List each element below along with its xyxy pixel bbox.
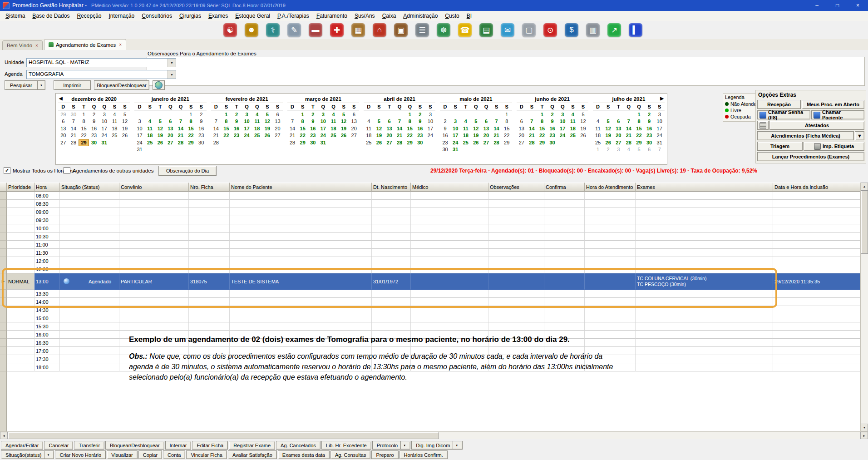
calendar-day[interactable]: 17: [654, 125, 665, 132]
chevron-down-icon[interactable]: ▼: [168, 70, 176, 79]
calendar-day[interactable]: 13: [517, 125, 527, 132]
ledger-icon[interactable]: ▤: [479, 23, 493, 37]
calendar-day[interactable]: 14: [527, 125, 537, 132]
calendar-day[interactable]: 21: [69, 132, 79, 138]
calendar-day[interactable]: 19: [339, 125, 349, 132]
calendar-day[interactable]: 7: [69, 118, 79, 124]
calendar-day[interactable]: 27: [165, 139, 176, 146]
calendar-day[interactable]: 30: [440, 146, 450, 153]
calendar-day[interactable]: 31: [134, 146, 145, 153]
bloquear-desbloquear-button[interactable]: Bloquear/Desbloquear: [94, 80, 149, 90]
calendar-day[interactable]: 11: [364, 125, 374, 132]
calendar-day[interactable]: 26: [155, 139, 165, 146]
call-icon[interactable]: ☎: [458, 23, 472, 37]
vertical-scroll-thumb[interactable]: [861, 190, 868, 254]
menu-item-exames[interactable]: Exames: [205, 12, 232, 20]
calendar-day[interactable]: 17: [450, 132, 461, 138]
calendar-day[interactable]: 12: [471, 125, 481, 132]
schedule-row-12-00[interactable]: 12:00: [0, 257, 860, 265]
schedule-row-12-30[interactable]: 12:30: [0, 265, 860, 273]
calendar-day[interactable]: 14: [491, 125, 502, 132]
chamar-paciente-button[interactable]: Chamar Paciente: [811, 110, 864, 119]
calendar-day[interactable]: 6: [517, 118, 527, 124]
agenda-combobox[interactable]: TOMOGRAFIA ▼: [26, 70, 176, 79]
menu-item-internacao[interactable]: Internação: [105, 12, 138, 20]
calendar-day[interactable]: 28: [176, 139, 186, 146]
calendar-day[interactable]: 16: [547, 125, 557, 132]
calendar-day[interactable]: 5: [155, 118, 165, 124]
pesquisar-button[interactable]: Pesquisar ▼: [5, 80, 45, 90]
calendar-next-icon[interactable]: ▶: [660, 96, 664, 101]
calendar-day[interactable]: 6: [644, 146, 655, 153]
calendar-day[interactable]: 25: [460, 139, 471, 146]
calendar-day[interactable]: 7: [654, 146, 665, 153]
calendar-day[interactable]: 11: [568, 118, 578, 124]
calendar-day[interactable]: 15: [297, 125, 308, 132]
action-transferir-button[interactable]: Transferir: [74, 441, 104, 450]
calendar-day[interactable]: 28: [395, 139, 405, 146]
calendar-day[interactable]: 8: [502, 118, 512, 124]
calendar-prev-icon[interactable]: ◀: [59, 96, 63, 101]
action-ag-consultas-button[interactable]: Ag. Consultas: [330, 450, 370, 459]
outras-unidades-checkbox[interactable]: Agendamentos de outras unidades: [64, 167, 153, 174]
calendar-day[interactable]: 24: [99, 132, 109, 138]
calendar-day[interactable]: 2: [547, 111, 557, 118]
calendar-day[interactable]: 15: [186, 125, 196, 132]
calendar-day[interactable]: 28: [69, 139, 79, 146]
calendar-day[interactable]: 14: [395, 125, 405, 132]
calendar-day[interactable]: 25: [145, 139, 155, 146]
calendar-day[interactable]: 13: [384, 125, 395, 132]
observations-textarea[interactable]: [147, 57, 865, 86]
calendar-day[interactable]: 24: [557, 132, 568, 138]
calendar-day[interactable]: 16: [644, 125, 655, 132]
calendar-day[interactable]: 13: [481, 125, 492, 132]
schedule-row-09-00[interactable]: 09:00: [0, 208, 860, 216]
web-config-icon[interactable]: ☸: [437, 23, 450, 37]
calendar-day[interactable]: 19: [155, 132, 165, 138]
calendar-day[interactable]: 27: [349, 132, 359, 138]
calendar-day[interactable]: 28: [287, 139, 298, 146]
calendar-day[interactable]: 7: [211, 118, 222, 124]
calendar-day[interactable]: 13: [272, 118, 283, 124]
chart-icon[interactable]: ↗: [607, 23, 621, 37]
schedule-row-11-00[interactable]: 11:00: [0, 241, 860, 249]
calendar-day[interactable]: 2: [308, 111, 318, 118]
calendar-day[interactable]: 16: [415, 125, 425, 132]
calendar-day[interactable]: 16: [196, 125, 207, 132]
schedule-row-13-00[interactable]: ▶NORMAL13:00AgendadoPARTICULAR318075TEST…: [0, 273, 860, 290]
vertical-scrollbar[interactable]: ▲ ▼: [860, 183, 868, 431]
calendar-day[interactable]: 9: [644, 118, 655, 124]
calendar-day[interactable]: 11: [328, 118, 339, 124]
atestados-button[interactable]: Atestados: [769, 121, 864, 130]
calendar-day[interactable]: 11: [593, 125, 603, 132]
calendar-day[interactable]: 12: [339, 118, 349, 124]
schedule-row-15-00[interactable]: 15:00: [0, 314, 860, 322]
calendar-day[interactable]: 2: [196, 111, 207, 118]
menu-item-sus-ans[interactable]: Sus/Ans: [351, 12, 379, 20]
unidade-combobox[interactable]: HOSPITAL SQL - MATRIZ ▼: [26, 58, 176, 67]
calendar-day[interactable]: 19: [374, 132, 385, 138]
schedule-row-13-30[interactable]: 13:30: [0, 290, 860, 298]
calendar-day[interactable]: 11: [145, 125, 155, 132]
calendar-day[interactable]: 4: [624, 146, 634, 153]
calendar-day[interactable]: 17: [425, 125, 436, 132]
calendar-day[interactable]: 5: [120, 111, 130, 118]
power-icon[interactable]: ⊙: [543, 23, 557, 37]
close-button[interactable]: ×: [848, 0, 868, 11]
calendar-day[interactable]: 6: [272, 111, 283, 118]
calendar-day[interactable]: 16: [232, 125, 242, 132]
calendar-day[interactable]: 26: [603, 139, 613, 146]
calendar-day[interactable]: 26: [578, 132, 588, 138]
calendar-day[interactable]: 1: [537, 111, 547, 118]
calendar-day[interactable]: 31: [318, 139, 329, 146]
system-icon[interactable]: ☯: [223, 23, 237, 37]
calendar-day[interactable]: 1: [186, 111, 196, 118]
calendar-day[interactable]: 29: [58, 111, 69, 118]
calendar-day[interactable]: 29: [537, 139, 547, 146]
home-care-icon[interactable]: ⌂: [373, 23, 386, 37]
menu-item-recepcao[interactable]: Recepção: [73, 12, 105, 20]
calendar-day[interactable]: 3: [242, 111, 252, 118]
calendar-day[interactable]: 8: [221, 118, 232, 124]
lancar-procedimentos-button[interactable]: Lançar Procedimentos (Exames): [757, 152, 864, 161]
calendar-day[interactable]: 3: [450, 118, 461, 124]
